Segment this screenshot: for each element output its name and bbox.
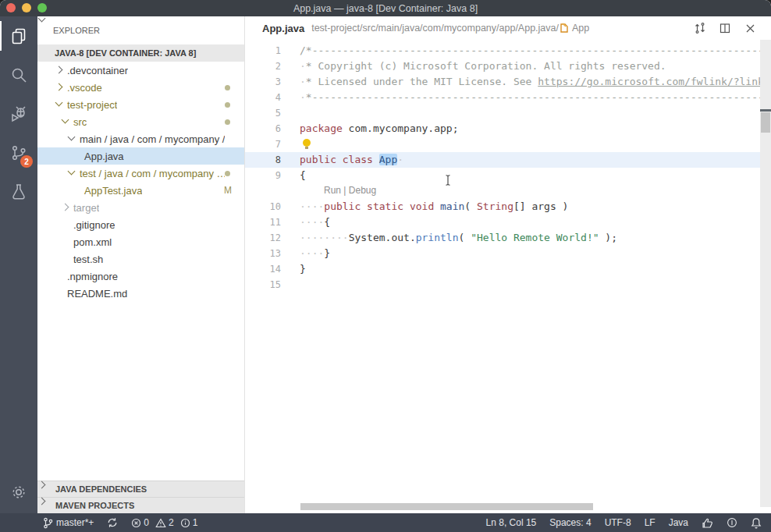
- tree-item-label: .gitignore: [37, 219, 115, 231]
- tree-item-test-project[interactable]: test-project: [37, 96, 244, 113]
- language-mode-status[interactable]: Java: [669, 517, 688, 528]
- breadcrumb[interactable]: test-project/src/main/java/com/mycompany…: [311, 23, 559, 34]
- split-editor-icon[interactable]: [718, 21, 732, 35]
- tree-item-npmignore[interactable]: .npmignore: [37, 268, 244, 285]
- code-token: {: [324, 216, 330, 228]
- code-line-text: /*--------------------------------------…: [281, 43, 760, 59]
- panel-header-label: JAVA DEPENDENCIES: [55, 484, 147, 494]
- line-number: 3: [245, 74, 281, 90]
- title-bar: App.java — java-8 [Dev Container: Java 8…: [0, 0, 771, 16]
- language-status-icon[interactable]: [727, 517, 737, 528]
- tree-item-test-java-com-mycompany[interactable]: test / java / com / mycompany …: [37, 165, 244, 182]
- code-line-15[interactable]: 15: [245, 277, 760, 293]
- code-token: ·: [300, 60, 306, 72]
- code-token: package: [300, 122, 343, 134]
- code-line-text: package com.mycompany.app;: [281, 121, 459, 137]
- code-token: [434, 200, 440, 212]
- problems-status[interactable]: 0 2 1: [131, 517, 201, 528]
- chevron-right-icon: [44, 484, 52, 492]
- close-window-button[interactable]: [6, 3, 16, 12]
- code-line-11[interactable]: 11····{: [245, 215, 760, 230]
- tree-item-app-java[interactable]: App.java: [37, 147, 244, 165]
- tree-item-label: main / java / com / mycompany / app: [37, 133, 225, 145]
- code-line-2[interactable]: 2·* Copyright (c) Microsoft Corporation.…: [245, 59, 760, 74]
- window-title: App.java — java-8 [Dev Container: Java 8…: [293, 3, 478, 14]
- code-line-text: [281, 137, 308, 152]
- code-line-1[interactable]: 1/*-------------------------------------…: [245, 43, 760, 59]
- code-line-10[interactable]: 10····public static void main( String[] …: [245, 199, 760, 215]
- code-line-6[interactable]: 6package com.mycompany.app;: [245, 121, 760, 137]
- codelens-separator: |: [341, 185, 349, 196]
- cursor-position-status[interactable]: Ln 8, Col 15: [486, 517, 537, 528]
- zoom-window-button[interactable]: [37, 3, 47, 12]
- code-line-5[interactable]: 5: [245, 105, 760, 121]
- git-branch-status[interactable]: master*+: [43, 517, 94, 529]
- tree-item-vscode[interactable]: .vscode: [37, 79, 244, 96]
- feedback-icon[interactable]: [702, 517, 713, 529]
- code-line-3[interactable]: 3·* Licensed under the MIT License. See …: [245, 74, 760, 90]
- notifications-bell-icon[interactable]: [751, 517, 762, 529]
- line-number: 9: [245, 168, 281, 183]
- code-token: *---------------------------------------…: [306, 91, 760, 103]
- encoding-status[interactable]: UTF-8: [605, 517, 631, 528]
- lightbulb-code-action-icon[interactable]: [303, 139, 311, 150]
- minimize-window-button[interactable]: [22, 3, 31, 12]
- editor-file-name: App.java: [262, 23, 304, 34]
- panel-header-java-dependencies[interactable]: JAVA DEPENDENCIES: [37, 481, 244, 497]
- code-token: ·: [300, 91, 306, 103]
- code-line-4[interactable]: 4·*-------------------------------------…: [245, 90, 760, 105]
- testing-beaker-icon[interactable]: [0, 172, 37, 211]
- text-cursor-pointer: [444, 173, 452, 187]
- tree-item-pom-xml[interactable]: pom.xml: [37, 233, 244, 250]
- tree-item-main-java-com-mycompany-app[interactable]: main / java / com / mycompany / app: [37, 130, 244, 147]
- code-editor[interactable]: 1/*-------------------------------------…: [245, 40, 760, 513]
- code-line-text: ·* Licensed under the MIT License. See h…: [281, 74, 760, 90]
- code-token: ····: [300, 200, 324, 212]
- horizontal-scrollbar-thumb[interactable]: [300, 503, 593, 510]
- codelens-run-link[interactable]: Run: [324, 185, 341, 196]
- indentation-status[interactable]: Spaces: 4: [549, 517, 591, 528]
- open-changes-icon[interactable]: [693, 21, 707, 35]
- code-token: }: [300, 263, 306, 275]
- tree-item-target[interactable]: target: [37, 199, 244, 216]
- error-icon: [131, 518, 141, 528]
- chevron-right-icon: [44, 501, 52, 509]
- code-line-9[interactable]: 9{: [245, 168, 760, 183]
- settings-gear-icon[interactable]: [0, 471, 37, 513]
- close-editor-icon[interactable]: [743, 21, 757, 35]
- tree-item-devcontainer[interactable]: .devcontainer: [37, 62, 244, 79]
- code-token: ····: [300, 247, 324, 259]
- sync-changes-button[interactable]: [107, 517, 118, 528]
- git-modified-dot-badge: [225, 171, 230, 176]
- vertical-scrollbar[interactable]: [760, 40, 771, 507]
- source-control-icon[interactable]: 2: [0, 133, 37, 172]
- tree-item-test-sh[interactable]: test.sh: [37, 250, 244, 268]
- eol-status[interactable]: LF: [645, 517, 656, 528]
- code-token: static: [367, 200, 403, 212]
- code-line-14[interactable]: 14}: [245, 261, 760, 277]
- explorer-icon[interactable]: [0, 16, 37, 55]
- tree-item-label: AppTest.java: [37, 185, 142, 197]
- line-number: 11: [245, 215, 281, 230]
- search-icon[interactable]: [0, 55, 37, 94]
- tree-item-readme-md[interactable]: README.md: [37, 285, 244, 302]
- code-token: class: [343, 154, 373, 165]
- breadcrumb-symbol[interactable]: App: [559, 23, 589, 34]
- vertical-scrollbar-thumb[interactable]: [761, 112, 770, 133]
- panel-header-maven-projects[interactable]: MAVEN PROJECTS: [37, 497, 244, 513]
- chevron-down-icon: [67, 135, 75, 143]
- codelens-row: Run | Debug: [245, 183, 760, 199]
- code-line-13[interactable]: 13····}: [245, 246, 760, 261]
- codelens-debug-link[interactable]: Debug: [349, 185, 376, 196]
- code-line-text: ········System.out.println( "Hello Remot…: [281, 230, 617, 246]
- run-debug-icon[interactable]: [0, 94, 37, 133]
- tree-item-src[interactable]: src: [37, 113, 244, 130]
- line-number: 12: [245, 230, 281, 246]
- code-line-8[interactable]: 8public class App·: [245, 152, 760, 168]
- tree-item-apptest-java[interactable]: AppTest.javaM: [37, 182, 244, 199]
- code-line-12[interactable]: 12········System.out.println( "Hello Rem…: [245, 230, 760, 246]
- sync-icon: [107, 517, 118, 528]
- tree-item-gitignore[interactable]: .gitignore: [37, 216, 244, 233]
- workspace-section-header[interactable]: JAVA-8 [DEV CONTAINER: JAVA 8]: [37, 44, 244, 62]
- code-line-7[interactable]: 7: [245, 137, 760, 152]
